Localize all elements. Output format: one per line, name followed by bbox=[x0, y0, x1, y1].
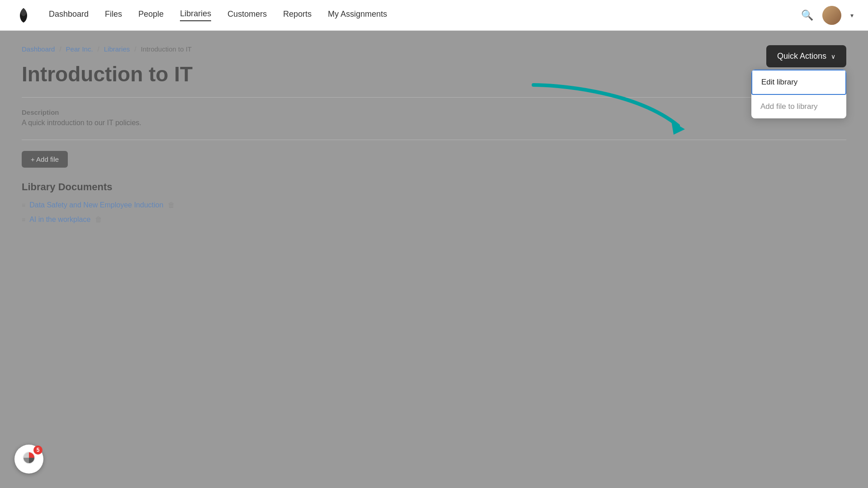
avatar[interactable] bbox=[822, 6, 841, 25]
breadcrumb-current: Introduction to IT bbox=[141, 45, 192, 53]
breadcrumb: Dashboard / Pear Inc. / Libraries / Intr… bbox=[22, 45, 846, 53]
delete-icon[interactable]: 🗑 bbox=[95, 216, 102, 224]
avatar-image bbox=[822, 6, 841, 25]
nav-logo[interactable] bbox=[14, 6, 33, 24]
quick-actions-label: Quick Actions bbox=[777, 52, 826, 61]
library-documents-title: Library Documents bbox=[22, 181, 846, 193]
nav-dashboard[interactable]: Dashboard bbox=[49, 9, 89, 21]
notification-icon bbox=[22, 451, 36, 468]
breadcrumb-sep-1: / bbox=[59, 45, 61, 53]
breadcrumb-sep-2: / bbox=[98, 45, 99, 53]
description-section: Description A quick introduction to our … bbox=[22, 108, 846, 127]
nav-libraries[interactable]: Libraries bbox=[180, 9, 211, 21]
list-item: ≡ Data Safety and New Employee Induction… bbox=[22, 201, 846, 209]
list-item: ≡ AI in the workplace 🗑 bbox=[22, 216, 846, 224]
drag-handle-icon: ≡ bbox=[22, 202, 25, 208]
search-button[interactable]: 🔍 bbox=[801, 9, 813, 21]
breadcrumb-sep-3: / bbox=[134, 45, 136, 53]
notification-widget[interactable]: 5 bbox=[14, 445, 43, 474]
notification-badge: 5 bbox=[33, 446, 42, 455]
divider-mid bbox=[22, 140, 846, 140]
page-title: Introduction to IT bbox=[22, 62, 846, 86]
description-label: Description bbox=[22, 108, 846, 116]
breadcrumb-pear-inc[interactable]: Pear Inc. bbox=[66, 45, 93, 53]
nav-files[interactable]: Files bbox=[105, 9, 122, 21]
nav-my-assignments[interactable]: My Assignments bbox=[328, 9, 387, 21]
nav-people[interactable]: People bbox=[138, 9, 164, 21]
description-text: A quick introduction to our IT policies. bbox=[22, 119, 846, 127]
quick-actions-chevron-icon: ∨ bbox=[831, 53, 835, 60]
quick-actions-button[interactable]: Quick Actions ∨ bbox=[766, 45, 846, 67]
divider-top bbox=[22, 97, 846, 98]
dropdown-item-add-file[interactable]: Add file to library bbox=[751, 95, 846, 118]
notification-circle: 5 bbox=[14, 445, 43, 474]
nav-right: 🔍 ▾ bbox=[801, 6, 854, 25]
add-file-button[interactable]: + Add file bbox=[22, 151, 68, 168]
nav-reports[interactable]: Reports bbox=[283, 9, 311, 21]
main-content: Dashboard / Pear Inc. / Libraries / Intr… bbox=[0, 31, 868, 238]
drag-handle-icon: ≡ bbox=[22, 216, 25, 223]
navbar: Dashboard Files People Libraries Custome… bbox=[0, 0, 868, 31]
profile-chevron-icon[interactable]: ▾ bbox=[850, 12, 854, 19]
breadcrumb-dashboard[interactable]: Dashboard bbox=[22, 45, 55, 53]
dropdown-item-edit-library[interactable]: Edit library bbox=[751, 70, 846, 95]
document-link-data-safety[interactable]: Data Safety and New Employee Induction bbox=[29, 201, 163, 209]
nav-links: Dashboard Files People Libraries Custome… bbox=[49, 9, 801, 21]
document-list: ≡ Data Safety and New Employee Induction… bbox=[22, 201, 846, 224]
quick-actions-dropdown: Edit library Add file to library bbox=[751, 70, 846, 118]
breadcrumb-libraries[interactable]: Libraries bbox=[104, 45, 130, 53]
delete-icon[interactable]: 🗑 bbox=[168, 201, 175, 209]
nav-customers[interactable]: Customers bbox=[227, 9, 267, 21]
document-link-ai-workplace[interactable]: AI in the workplace bbox=[29, 216, 90, 224]
